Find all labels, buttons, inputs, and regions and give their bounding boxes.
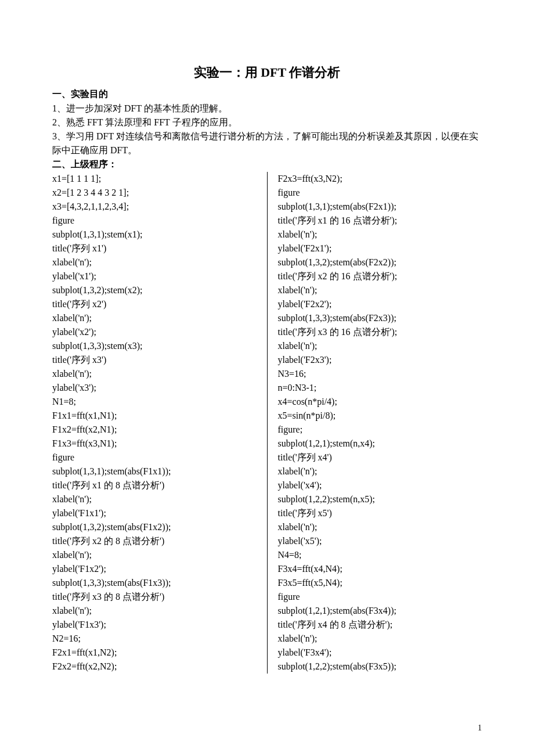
page-title: 实验一：用 DFT 作谱分析 — [52, 64, 482, 81]
code-column-left: x1=[1 1 1 1]; x2=[1 2 3 4 4 3 2 1]; x3=[… — [52, 172, 267, 674]
code-columns: x1=[1 1 1 1]; x2=[1 2 3 4 4 3 2 1]; x3=[… — [52, 172, 482, 674]
code-column-right: F2x3=fft(x3,N2); figure subplot(1,3,1);s… — [267, 172, 482, 674]
page-number: 1 — [478, 723, 482, 733]
objective-1: 1、进一步加深对 DFT 的基本性质的理解。 — [52, 102, 482, 116]
document-page: 实验一：用 DFT 作谱分析 一、实验目的 1、进一步加深对 DFT 的基本性质… — [0, 0, 534, 697]
objective-3: 3、学习用 DFT 对连续信号和离散信号进行谱分析的方法，了解可能出现的分析误差… — [52, 129, 482, 157]
section-program-heading: 二、上级程序： — [52, 159, 482, 171]
objective-2: 2、熟悉 FFT 算法原理和 FFT 子程序的应用。 — [52, 116, 482, 129]
section-objectives-heading: 一、实验目的 — [52, 88, 482, 100]
